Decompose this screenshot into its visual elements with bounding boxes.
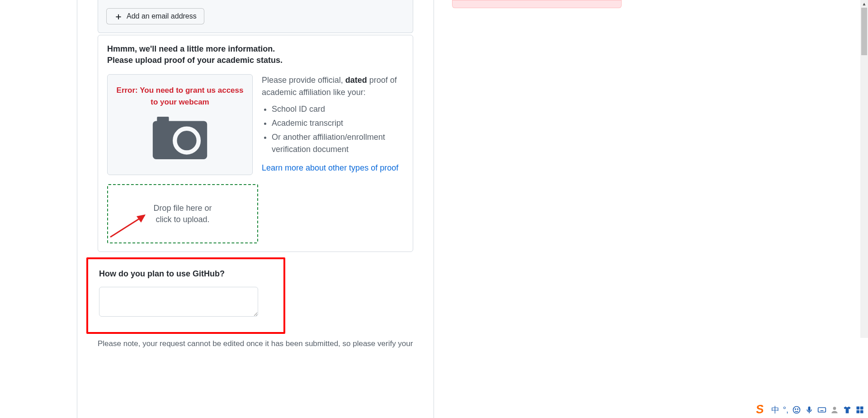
proof-list-item: Or another affiliation/enrollment verifi…: [272, 131, 404, 156]
ime-lang-toggle[interactable]: 中: [771, 404, 779, 415]
svg-point-6: [793, 407, 800, 413]
ime-account-icon[interactable]: [830, 405, 839, 414]
proof-list-item: Academic transcript: [272, 117, 404, 129]
proof-heading-line2: Please upload proof of your academic sta…: [107, 55, 404, 66]
ime-emoji-icon[interactable]: [792, 405, 801, 414]
camera-box[interactable]: Error: You need to grant us access to yo…: [107, 74, 253, 175]
question-label: How do you plan to use GitHub?: [99, 269, 273, 279]
dropzone-line1: Drop file here or: [153, 203, 212, 214]
svg-line-4: [110, 215, 145, 237]
svg-rect-20: [857, 410, 860, 413]
plan-textarea[interactable]: [99, 287, 258, 317]
email-section: ＋ Add an email address: [98, 0, 413, 33]
dropzone-line2: click to upload.: [156, 214, 209, 225]
ime-skin-icon[interactable]: [843, 405, 852, 414]
ime-keyboard-icon[interactable]: [817, 405, 826, 414]
svg-rect-11: [818, 408, 826, 412]
form-main-column: ＋ Add an email address Hmmm, we'll need …: [77, 0, 434, 418]
add-email-label: Add an email address: [127, 12, 197, 20]
ime-toolbar[interactable]: S 中 °,: [752, 402, 866, 418]
svg-rect-21: [860, 410, 863, 413]
proof-info-list: School ID card Academic transcript Or an…: [272, 103, 404, 156]
svg-rect-19: [860, 407, 863, 410]
proof-heading: Hmmm, we'll need a little more informati…: [107, 43, 404, 66]
plus-icon: ＋: [114, 12, 123, 21]
svg-rect-9: [808, 407, 811, 411]
svg-point-17: [833, 407, 836, 410]
proof-info: Please provide official, dated proof of …: [262, 74, 404, 174]
scrollbar-up-button[interactable]: ▲: [860, 0, 868, 8]
svg-rect-18: [857, 407, 860, 410]
submit-footnote: Please note, your request cannot be edit…: [98, 339, 413, 348]
ime-punct-icon[interactable]: °,: [783, 405, 788, 415]
scrollbar-thumb[interactable]: [861, 8, 867, 55]
svg-point-7: [795, 409, 796, 410]
camera-icon: [115, 117, 245, 161]
svg-marker-5: [137, 214, 146, 223]
proof-row: Error: You need to grant us access to yo…: [107, 74, 404, 175]
ime-voice-icon[interactable]: [805, 405, 814, 414]
proof-section: Hmmm, we'll need a little more informati…: [98, 35, 413, 252]
ime-toolbox-icon[interactable]: [855, 405, 864, 414]
sidebar-alert-box: [452, 0, 622, 8]
annotation-arrow-icon: [109, 211, 150, 241]
question-section-highlight: How do you plan to use GitHub?: [86, 257, 285, 334]
sogou-logo-icon[interactable]: S: [754, 403, 769, 418]
upload-dropzone[interactable]: Drop file here or click to upload.: [107, 184, 258, 243]
svg-point-8: [797, 409, 798, 410]
proof-info-text: Please provide official, dated proof of …: [262, 74, 404, 99]
proof-heading-line1: Hmmm, we'll need a little more informati…: [107, 43, 404, 55]
scrollbar-track[interactable]: ▲: [860, 0, 868, 338]
add-email-button[interactable]: ＋ Add an email address: [106, 8, 204, 24]
learn-more-link[interactable]: Learn more about other types of proof: [262, 163, 398, 172]
camera-error-text: Error: You need to grant us access to yo…: [115, 85, 245, 108]
proof-list-item: School ID card: [272, 103, 404, 115]
